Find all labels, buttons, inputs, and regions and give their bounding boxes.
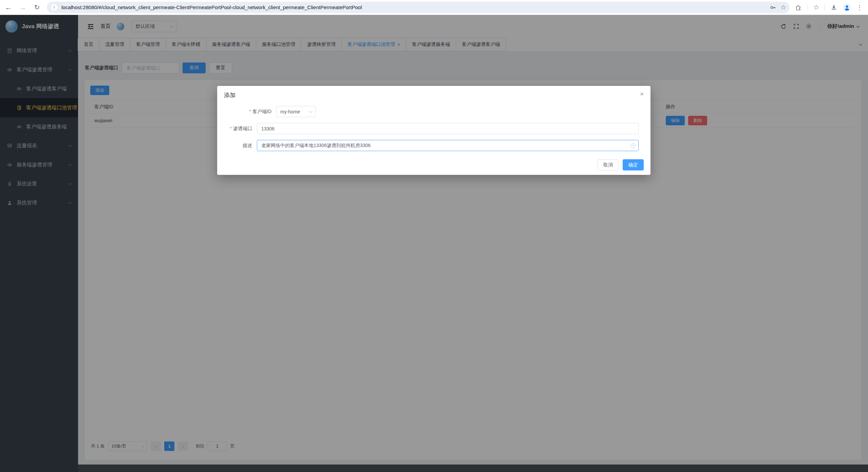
site-info-icon[interactable]: i: [51, 4, 57, 11]
downloads-icon[interactable]: [830, 4, 837, 11]
required-asterisk: *: [249, 109, 251, 114]
client-id-select[interactable]: my-home: [276, 106, 316, 117]
port-input[interactable]: [257, 123, 639, 134]
client-id-value: my-home: [280, 109, 300, 114]
clear-input-icon[interactable]: ×: [630, 143, 636, 148]
chevron-down-icon: [309, 109, 313, 113]
browser-reload-icon[interactable]: ↻: [33, 3, 41, 11]
extensions-puzzle-icon[interactable]: [795, 4, 802, 11]
browser-menu-icon[interactable]: ⋮: [856, 4, 863, 11]
address-bar[interactable]: i localhost:28080/#/cloud_network_client…: [47, 2, 790, 13]
profile-avatar-icon[interactable]: [843, 3, 851, 12]
client-id-label: *客户端ID: [224, 109, 271, 115]
form-row-description: 描述 ×: [224, 140, 644, 151]
required-asterisk: *: [230, 126, 232, 131]
bookmark-star-icon[interactable]: ☆: [780, 3, 786, 11]
browser-forward-icon[interactable]: →: [18, 3, 27, 12]
form-row-client-id: *客户端ID my-home: [224, 106, 644, 117]
confirm-button[interactable]: 确定: [623, 159, 644, 170]
divider: [808, 4, 808, 11]
dialog-close-icon[interactable]: ×: [640, 91, 644, 97]
url-text: localhost:28080/#/cloud_network_client_p…: [61, 4, 766, 10]
description-input[interactable]: [257, 140, 639, 151]
description-label: 描述: [224, 143, 252, 149]
bookmark-lists-icon[interactable]: ☆: [813, 3, 819, 11]
browser-chrome: ← → ↻ i localhost:28080/#/cloud_network_…: [0, 0, 868, 15]
port-label: *渗透端口: [224, 126, 252, 132]
dialog-form: *客户端ID my-home *渗透端口 描述 ×: [224, 106, 644, 151]
form-row-port: *渗透端口: [224, 123, 644, 134]
password-key-icon[interactable]: [770, 4, 776, 11]
cancel-button[interactable]: 取消: [598, 159, 619, 170]
divider: [825, 4, 825, 11]
browser-actions: ☆ ⋮: [795, 3, 864, 12]
dialog-footer: 取消 确定: [224, 159, 644, 170]
modal-overlay[interactable]: [0, 15, 868, 472]
dialog-title: 添加: [224, 91, 644, 99]
browser-back-icon[interactable]: ←: [4, 3, 13, 12]
add-dialog: 添加 × *客户端ID my-home *渗透端口 描述 × 取消 确定: [217, 86, 650, 175]
